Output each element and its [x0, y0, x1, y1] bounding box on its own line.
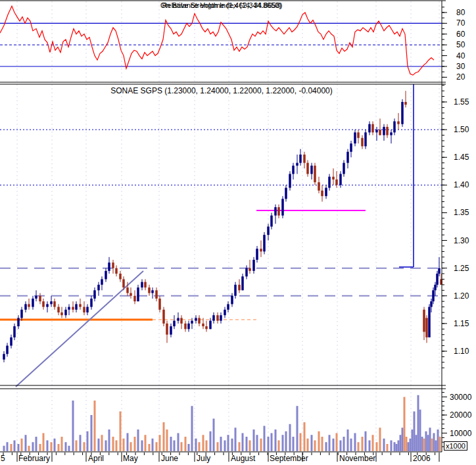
volume-bar-down	[318, 431, 320, 451]
axis-label: 1.55	[454, 97, 469, 107]
axis-label: 1.40	[454, 180, 469, 189]
candle-up	[350, 143, 352, 152]
volume-bar-down	[404, 397, 406, 452]
candle-up	[346, 152, 349, 163]
volume-bar-up	[350, 439, 352, 451]
candle-up	[90, 299, 93, 307]
volume-bar-up	[400, 435, 402, 451]
volume-bar-down	[206, 441, 208, 452]
volume-bar-down	[185, 437, 187, 451]
volume-bar-up	[253, 429, 255, 451]
candle-down	[158, 299, 161, 310]
candle-down	[205, 326, 208, 329]
candle-up	[68, 307, 70, 310]
month-label: September	[270, 454, 308, 463]
candle-up	[390, 132, 393, 135]
volume-bar-up	[396, 444, 398, 451]
volume-bar-up	[340, 441, 342, 452]
candle-down	[155, 290, 158, 299]
volume-bar-up	[365, 431, 367, 451]
candle-up	[64, 310, 67, 315]
candle-down	[42, 301, 45, 306]
candle-up	[428, 307, 431, 337]
volume-bar-up	[7, 442, 9, 451]
volume-bar-up	[347, 429, 349, 451]
rsi-indicator-title: Relative Strength Index (14, 34.8658)	[162, 1, 283, 9]
candle-down	[166, 324, 168, 335]
candle-down	[79, 304, 82, 306]
volume-scale-badge: x1000	[444, 441, 467, 451]
volume-bar-down	[202, 435, 204, 451]
volume-bar-down	[260, 439, 262, 451]
volume-bar-up	[231, 439, 233, 451]
candle-down	[397, 121, 400, 124]
candle-up	[256, 249, 258, 260]
chart-canvas: 807060504030201.551.501.451.401.351.301.…	[0, 0, 476, 465]
candle-up	[173, 321, 176, 326]
volume-bar-up	[333, 439, 335, 451]
candle-up	[252, 260, 255, 271]
volume-bar-up	[437, 429, 439, 451]
volume-bar-up	[354, 433, 356, 452]
volume-bar-up	[311, 435, 313, 451]
volume-bar-up	[414, 412, 416, 452]
volume-bar-down	[149, 444, 151, 451]
candle-down	[126, 287, 129, 293]
candle-up	[430, 301, 433, 306]
volume-bar-down	[112, 437, 114, 451]
rsi-line	[0, 6, 434, 75]
candle-up	[32, 299, 34, 307]
candle-up	[245, 268, 248, 277]
volume-bar-down	[376, 442, 378, 451]
candle-down	[72, 307, 74, 310]
axis-label: 50	[456, 40, 465, 49]
volume-bar-down	[159, 435, 161, 451]
candle-down	[318, 182, 320, 191]
volume-bar-up	[417, 395, 419, 451]
volume-bar-down	[123, 439, 125, 451]
volume-bar-up	[36, 437, 37, 451]
candle-up	[24, 304, 27, 309]
month-label: August	[231, 454, 256, 463]
candle-down	[335, 180, 338, 185]
candle-down	[162, 310, 165, 324]
candle-up	[101, 280, 103, 285]
candle-down	[260, 249, 262, 251]
volume-bar-down	[387, 444, 389, 451]
candle-up	[75, 304, 78, 309]
volume-bar-down	[217, 442, 219, 451]
volume-bar-up	[210, 431, 212, 451]
volume-bar-up	[425, 431, 427, 451]
volume-bar-down	[431, 439, 433, 451]
volume-bar-up	[80, 435, 82, 451]
axis-label: 40	[456, 51, 465, 61]
volume-bar-up	[65, 442, 67, 451]
volume-bar-down	[163, 422, 165, 451]
candle-up	[97, 285, 100, 290]
candle-up	[105, 271, 107, 280]
candle-up	[328, 177, 331, 188]
candle-up	[434, 285, 437, 290]
volume-bar-up	[412, 429, 414, 451]
candle-down	[277, 207, 280, 216]
candle-down	[306, 163, 309, 174]
axis-label: 10000	[450, 429, 472, 438]
candle-down	[122, 280, 125, 288]
candle-up	[209, 321, 212, 330]
axis-label: 1.45	[454, 153, 469, 162]
candle-down	[321, 191, 323, 196]
volume-bar-up	[227, 435, 229, 451]
candle-down	[133, 296, 136, 301]
volume-bar-up	[435, 441, 437, 452]
candle-down	[39, 296, 41, 301]
volume-bar-up	[427, 435, 429, 451]
candle-up	[267, 226, 270, 235]
volume-bar-down	[145, 435, 147, 451]
candle-down	[423, 310, 425, 332]
candle-up	[368, 124, 371, 133]
candle-up	[191, 321, 193, 324]
volume-bar-up	[213, 419, 215, 452]
candle-down	[314, 166, 316, 182]
volume-bar-down	[439, 437, 441, 451]
volume-bar-down	[406, 437, 408, 451]
